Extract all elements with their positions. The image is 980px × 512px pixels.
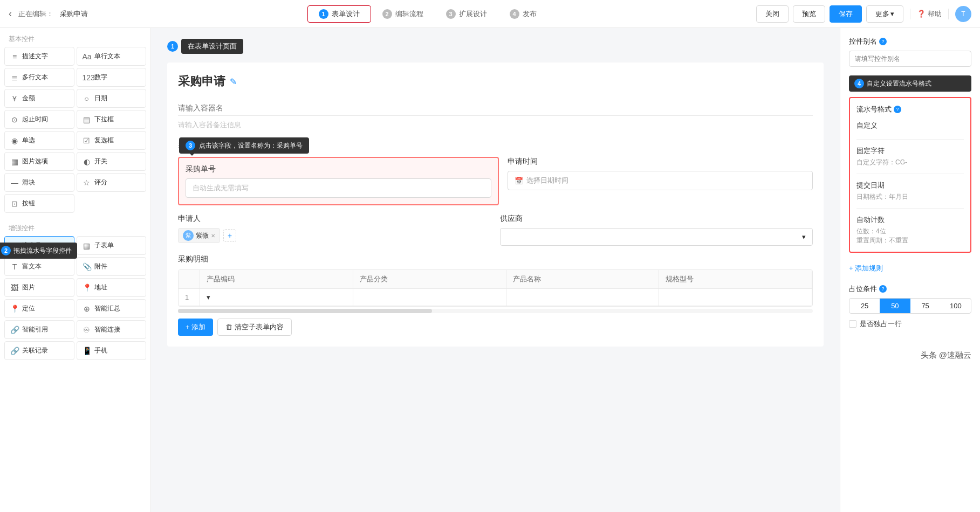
format-help-icon[interactable]: ? <box>894 106 901 113</box>
add-applicant-button[interactable]: + <box>223 229 236 242</box>
control-label: 复选框 <box>94 136 114 145</box>
control-location[interactable]: 📍定位 <box>4 299 74 318</box>
table-scrollbar[interactable] <box>178 309 813 313</box>
subform-icon: ▦ <box>83 241 91 250</box>
applicant-label: 申请人 <box>178 214 491 224</box>
add-row-button[interactable]: + 添加 <box>178 319 213 336</box>
exclusive-checkbox[interactable] <box>849 320 856 328</box>
format-item-fixed-title: 固定字符 <box>856 146 964 156</box>
applicant-supplier-row: 申请人 紫 紫微 ✕ + 供应商 <box>178 214 813 246</box>
more-button[interactable]: 更多 ▾ <box>866 5 903 23</box>
control-single-text[interactable]: Aa单行文本 <box>77 47 147 66</box>
control-slider[interactable]: —滑块 <box>4 173 74 192</box>
edit-title-icon[interactable]: ✎ <box>230 77 237 87</box>
cell-product-code[interactable]: ▾ <box>200 289 353 306</box>
help-button[interactable]: ❓ 帮助 <box>917 9 942 19</box>
format-item-date-title: 提交日期 <box>856 181 964 190</box>
applicant-tag[interactable]: 紫 紫微 ✕ <box>178 228 220 243</box>
control-smart-connect[interactable]: ♾智能连接 <box>77 320 147 339</box>
control-image[interactable]: 🖼图片 <box>4 278 74 297</box>
request-time-field[interactable]: 申请时间 📅 选择日期时间 <box>508 157 813 205</box>
close-button[interactable]: 关闭 <box>756 5 789 23</box>
save-button[interactable]: 保存 <box>830 5 862 23</box>
col-spec: 规格型号 <box>659 270 812 288</box>
control-radio[interactable]: ◉单选 <box>4 131 74 150</box>
control-label: 单选 <box>22 136 35 145</box>
col-product-code: 产品编码 <box>200 270 353 288</box>
control-date[interactable]: ○日期 <box>77 89 147 108</box>
image-icon: 🖼 <box>10 283 19 292</box>
col-rownum <box>179 270 200 288</box>
position-opt-25[interactable]: 25 <box>849 299 880 313</box>
top-navigation: ‹ 正在编辑： 采购申请 1 表单设计 2 编辑流程 3 扩展设计 4 发布 关… <box>0 0 980 28</box>
control-label: 流水号 <box>22 241 42 250</box>
purchase-order-input[interactable]: 自动生成无需填写 <box>186 178 491 198</box>
control-button[interactable]: ⊡按钮 <box>4 194 74 213</box>
sub-table-section: 采购明细 产品编码 产品分类 产品名称 规格型号 1 ▾ <box>178 254 813 336</box>
step-tab-3[interactable]: 3 扩展设计 <box>435 5 498 23</box>
control-label: 智能连接 <box>94 325 120 334</box>
control-number[interactable]: 123数字 <box>77 68 147 87</box>
control-amount[interactable]: ¥金额 <box>4 89 74 108</box>
control-address[interactable]: 📍地址 <box>77 278 147 297</box>
control-label: 金额 <box>22 94 35 103</box>
control-label: 日期 <box>94 94 107 103</box>
step-tab-4[interactable]: 4 发布 <box>498 5 548 23</box>
user-avatar[interactable]: T <box>955 6 971 22</box>
exclusive-row-check[interactable]: 是否独占一行 <box>849 319 971 329</box>
control-image-option[interactable]: ▦图片选项 <box>4 152 74 171</box>
control-dropdown[interactable]: ▤下拉框 <box>77 110 147 129</box>
more-label: 更多 <box>875 9 889 19</box>
preview-button[interactable]: 预览 <box>793 5 825 23</box>
basic-controls-grid: ≡描述文字 Aa单行文本 ≣多行文本 123数字 ¥金额 ○日期 ⊙起止时间 ▤… <box>0 47 150 217</box>
step-num-3: 3 <box>446 9 456 19</box>
alias-help-icon[interactable]: ? <box>879 38 887 45</box>
cell-product-name[interactable] <box>506 289 660 306</box>
position-opt-75[interactable]: 75 <box>910 299 941 313</box>
format-item-auto-count: 自动计数 位数：4位 重置周期：不重置 <box>856 215 964 245</box>
switch-icon: ◐ <box>83 157 91 166</box>
position-help-icon[interactable]: ? <box>879 285 887 293</box>
control-phone[interactable]: 📱手机 <box>77 341 147 360</box>
cell-spec[interactable] <box>659 289 812 306</box>
control-rich-text[interactable]: T富文本 <box>4 257 74 276</box>
date-icon: ○ <box>83 94 91 103</box>
remove-tag-icon[interactable]: ✕ <box>211 233 215 239</box>
back-button[interactable]: ‹ <box>9 8 12 19</box>
enhanced-controls-grid: # 流水号 ▦子表单 T富文本 📎附件 🖼图片 📍地址 📍定位 ⊕智能汇总 🔗智… <box>0 236 150 364</box>
control-smart-ref[interactable]: 🔗智能引用 <box>4 320 74 339</box>
position-opt-50[interactable]: 50 <box>880 299 910 313</box>
control-sub-form[interactable]: ▦子表单 <box>77 236 147 255</box>
step-label-4: 发布 <box>523 9 537 19</box>
step-label-1: 表单设计 <box>332 9 360 19</box>
add-rule-button[interactable]: + 添加规则 <box>849 261 971 275</box>
cell-product-category[interactable] <box>353 289 506 306</box>
control-checkbox[interactable]: ☑复选框 <box>77 131 147 150</box>
position-opt-100[interactable]: 100 <box>941 299 971 313</box>
control-related-record[interactable]: 🔗关联记录 <box>4 341 74 360</box>
clear-table-button[interactable]: 🗑 清空子表单内容 <box>217 319 292 336</box>
control-multi-text[interactable]: ≣多行文本 <box>4 68 74 87</box>
control-time-range[interactable]: ⊙起止时间 <box>4 110 74 129</box>
control-description-text[interactable]: ≡描述文字 <box>4 47 74 66</box>
purchase-order-field[interactable]: 3 点击该字段，设置名称为：采购单号 采购单号 自动生成无需填写 <box>178 157 499 205</box>
step-tab-2[interactable]: 2 编辑流程 <box>371 5 435 23</box>
control-attachment[interactable]: 📎附件 <box>77 257 147 276</box>
location-icon: 📍 <box>10 305 19 313</box>
format-section: 流水号格式 ? 自定义 固定字符 自定义字符：CG- 提交日期 日期格式：年月日… <box>849 97 971 253</box>
nav-divider2 <box>948 9 949 19</box>
request-time-input[interactable]: 📅 选择日期时间 <box>508 171 813 190</box>
control-rating[interactable]: ☆评分 <box>77 173 147 192</box>
control-smart-summary[interactable]: ⊕智能汇总 <box>77 299 147 318</box>
control-serial-number[interactable]: # 流水号 <box>4 236 74 255</box>
control-label: 起止时间 <box>22 115 48 124</box>
alias-input[interactable] <box>849 51 971 67</box>
step-tab-1[interactable]: 1 表单设计 <box>307 5 371 23</box>
position-section: 占位条件 ? 25 50 75 100 是否独占一行 <box>849 284 971 329</box>
supplier-select[interactable]: ▾ <box>500 228 813 246</box>
supplier-field[interactable]: 供应商 ▾ <box>500 214 813 246</box>
amount-icon: ¥ <box>10 94 19 103</box>
container-name-input[interactable] <box>178 100 813 116</box>
control-switch[interactable]: ◐开关 <box>77 152 147 171</box>
control-label: 按钮 <box>22 199 35 208</box>
